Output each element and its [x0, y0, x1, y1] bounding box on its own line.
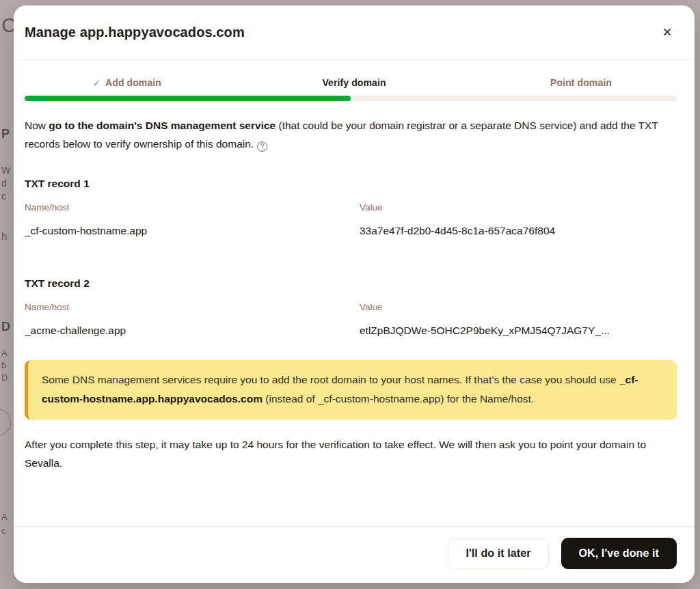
backdrop-text-fragment: D — [1, 372, 8, 383]
step-verify-domain: Verify domain — [241, 77, 468, 88]
backdrop-text-fragment: P — [1, 127, 10, 141]
intro-text: Now go to the domain's DNS management se… — [25, 116, 677, 153]
progress-bar-track — [25, 96, 677, 101]
ok-done-button[interactable]: OK, I've done it — [561, 538, 677, 569]
record-grid: Name/host Value _cf-custom-hostname.app … — [25, 202, 677, 238]
step-label: Verify domain — [322, 77, 386, 88]
backdrop-text-fragment: A — [1, 512, 8, 522]
backdrop-circle-fragment — [0, 409, 11, 436]
dns-root-domain-warning: Some DNS management services require you… — [25, 360, 677, 420]
manage-domain-modal: Manage app.happyavocados.com ✕ ✓Add doma… — [14, 5, 695, 583]
txt-record-2: TXT record 2 Name/host Value _acme-chall… — [25, 274, 677, 338]
backdrop-text-fragment: c — [1, 525, 6, 536]
step-label: Add domain — [105, 77, 161, 88]
value-value: 33a7e47f-d2b0-4d45-8c1a-657aca76f804 — [360, 224, 677, 238]
backdrop-text-fragment: d — [1, 178, 7, 189]
value-label: Value — [360, 301, 677, 314]
warning-pre: Some DNS management services require you… — [42, 374, 619, 385]
modal-body: Now go to the domain's DNS management se… — [14, 101, 695, 526]
brand-name: Sevalla — [25, 457, 59, 469]
name-host-label: Name/host — [25, 301, 360, 314]
modal-footer: I'll do it later OK, I've done it — [14, 526, 695, 583]
intro-bold: go to the domain's DNS management servic… — [49, 120, 275, 131]
check-icon: ✓ — [93, 78, 100, 88]
value-label: Value — [360, 202, 677, 214]
backdrop-text-fragment: h — [1, 230, 7, 242]
name-host-value: _acme-challenge.app — [25, 324, 360, 338]
help-icon[interactable]: ? — [257, 141, 267, 152]
backdrop-text-fragment: W — [1, 165, 10, 176]
backdrop-text-fragment: c — [1, 191, 6, 202]
progress-bar-fill — [25, 96, 351, 101]
warning-post: (instead of _cf-custom-hostname.app) for… — [262, 393, 534, 405]
record-heading: TXT record 2 — [25, 274, 677, 292]
modal-title: Manage app.happyavocados.com — [25, 25, 245, 40]
outro-post: . — [59, 457, 62, 469]
modal-header: Manage app.happyavocados.com ✕ — [14, 5, 695, 60]
backdrop-text-fragment: b — [1, 360, 6, 370]
backdrop-text-fragment: D — [1, 320, 10, 334]
txt-record-1: TXT record 1 Name/host Value _cf-custom-… — [25, 174, 677, 238]
step-add-domain: ✓Add domain — [14, 77, 241, 88]
intro-pre: Now — [25, 120, 49, 131]
step-point-domain: Point domain — [468, 77, 695, 88]
record-heading: TXT record 1 — [25, 174, 677, 193]
outro-pre: After you complete this step, it may tak… — [25, 439, 646, 450]
outro-text: After you complete this step, it may tak… — [25, 435, 677, 472]
name-host-label: Name/host — [25, 202, 360, 214]
record-grid: Name/host Value _acme-challenge.app etlZ… — [25, 301, 677, 338]
backdrop-text-fragment: A — [1, 348, 8, 358]
do-it-later-button[interactable]: I'll do it later — [448, 538, 548, 569]
step-label: Point domain — [550, 77, 612, 88]
close-icon[interactable]: ✕ — [658, 23, 677, 42]
value-value: etlZpBJQDWe-5OHC2P9beKy_xPMJ54Q7JAG7Y_..… — [360, 324, 677, 338]
stepper: ✓Add domain Verify domain Point domain — [14, 77, 695, 88]
name-host-value: _cf-custom-hostname.app — [25, 224, 360, 238]
